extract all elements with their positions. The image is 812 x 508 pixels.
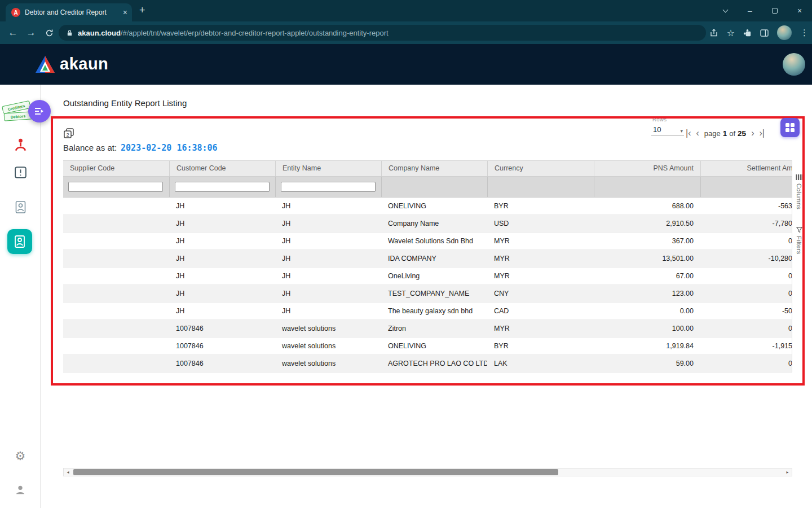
copy-report-icon[interactable]: 2: [63, 128, 74, 141]
cell-settlement-amount: 0: [700, 360, 792, 367]
sidebar-profile[interactable]: [0, 484, 41, 496]
back-button[interactable]: ←: [5, 21, 21, 44]
url-text: akaun.cloud/#/applet/tnt/wavelet/erp/deb…: [78, 29, 389, 37]
sidebar-item-red-app[interactable]: [0, 137, 41, 152]
cell-pns-amount: 0.00: [594, 307, 700, 315]
balance-datetime: 2023-02-20 16:38:06: [121, 143, 218, 153]
table-row[interactable]: JH JH Company Name USD 2,910.50 -7,780: [63, 215, 792, 233]
window-maximize-button[interactable]: [762, 0, 787, 21]
customer-code-filter-input[interactable]: [175, 182, 270, 192]
cell-entity-name: JH: [275, 272, 381, 280]
column-header-settlement-amount[interactable]: Settlement Amount: [700, 161, 792, 176]
cell-entity-name: wavelet solutions: [275, 360, 381, 367]
cell-settlement-amount: -50: [700, 307, 792, 315]
columns-side-tab[interactable]: Columns: [793, 174, 805, 209]
cell-currency: CAD: [487, 307, 594, 315]
columns-icon: [796, 174, 802, 181]
tab-search-icon[interactable]: [713, 0, 738, 21]
cell-settlement-amount: -10,280: [700, 255, 792, 262]
sidebar-item-alerts[interactable]: [0, 165, 41, 179]
brand-name: akaun: [60, 55, 108, 73]
cell-currency: LAK: [487, 360, 594, 367]
scroll-left-arrow[interactable]: ◂: [64, 468, 72, 476]
column-header-entity-name[interactable]: Entity Name: [275, 161, 381, 176]
cell-settlement-amount: 0: [700, 325, 792, 332]
forward-button[interactable]: →: [23, 21, 39, 44]
table-body: JH JH ONELIVING BYR 688.00 -563 JH JH Co…: [63, 198, 792, 373]
bookmark-star-icon[interactable]: ☆: [727, 28, 735, 38]
window-minimize-button[interactable]: –: [738, 0, 762, 21]
column-header-supplier-code[interactable]: Supplier Code: [63, 161, 169, 176]
cell-currency: MYR: [487, 237, 594, 245]
table-row[interactable]: 1007846 wavelet solutions ONELIVING BYR …: [63, 338, 792, 355]
cell-customer-code: JH: [169, 272, 275, 280]
cell-pns-amount: 67.00: [594, 272, 700, 280]
cell-company-name: Wavelet Solutions Sdn Bhd: [381, 237, 487, 245]
cell-entity-name: JH: [275, 255, 381, 262]
side-panel-icon[interactable]: [760, 29, 769, 37]
column-header-currency[interactable]: Currency: [487, 161, 594, 176]
tab-close-icon[interactable]: ×: [123, 8, 127, 16]
app-header: akaun: [0, 44, 812, 85]
table-row[interactable]: JH JH TEST_COMPANY_NAME CNY 123.00 0: [63, 285, 792, 303]
scroll-right-arrow[interactable]: ▸: [783, 468, 792, 476]
new-tab-button[interactable]: +: [139, 5, 145, 15]
cell-settlement-amount: 0: [700, 290, 792, 297]
apps-grid-button[interactable]: [780, 118, 800, 137]
cell-pns-amount: 2,910.50: [594, 220, 700, 227]
toolbar-icons: ☆ ⋮: [709, 21, 809, 44]
user-avatar[interactable]: [783, 53, 805, 76]
sidebar-settings[interactable]: ⚙: [0, 450, 41, 462]
akaun-triangle-logo-icon: [35, 55, 55, 73]
supplier-code-filter-input[interactable]: [68, 182, 163, 192]
share-icon[interactable]: [709, 28, 718, 37]
column-header-customer-code[interactable]: Customer Code: [169, 161, 275, 176]
browser-tab[interactable]: A Debtor and Creditor Report ×: [6, 3, 132, 21]
window-controls: – ×: [713, 0, 812, 21]
table-row[interactable]: JH JH Wavelet Solutions Sdn Bhd MYR 367.…: [63, 233, 792, 250]
cell-company-name: Company Name: [381, 220, 487, 227]
cell-settlement-amount: -1,915: [700, 342, 792, 350]
cell-currency: MYR: [487, 272, 594, 280]
lock-icon: [67, 29, 73, 37]
cell-company-name: AGROTECH PRO LAO CO LTD: [381, 360, 487, 367]
sidebar-item-contacts-report[interactable]: [0, 200, 41, 214]
cell-entity-name: JH: [275, 290, 381, 297]
column-header-pns-amount[interactable]: PNS Amount: [594, 161, 700, 176]
window-close-button[interactable]: ×: [787, 0, 812, 21]
entity-name-filter-input[interactable]: [281, 182, 376, 192]
sidebar-item-entity-report-active[interactable]: [7, 229, 32, 254]
cell-entity-name: wavelet solutions: [275, 342, 381, 350]
table-row[interactable]: 1007846 wavelet solutions AGROTECH PRO L…: [63, 355, 792, 373]
horizontal-scrollbar[interactable]: ◂ ▸: [63, 468, 792, 476]
balance-as-at: Balance as at: 2023-02-20 16:38:06: [63, 143, 218, 153]
cell-pns-amount: 123.00: [594, 290, 700, 297]
rows-per-page-label: Rows: [652, 116, 667, 122]
filters-side-tab[interactable]: Filters: [793, 227, 805, 255]
previous-page-button[interactable]: ‹: [696, 129, 699, 138]
cell-customer-code: 1007846: [169, 325, 275, 332]
cell-settlement-amount: 0: [700, 237, 792, 245]
url-bar[interactable]: akaun.cloud/#/applet/tnt/wavelet/erp/deb…: [59, 25, 706, 41]
browser-profile-avatar[interactable]: [777, 25, 792, 40]
brand-logo[interactable]: akaun: [35, 55, 108, 73]
kebab-menu-icon[interactable]: ⋮: [800, 28, 809, 38]
sidebar-expand-button[interactable]: [28, 100, 51, 122]
first-page-button[interactable]: |‹: [686, 129, 691, 138]
cell-currency: USD: [487, 220, 594, 227]
table-row[interactable]: JH JH IDA COMPANY MYR 13,501.00 -10,280: [63, 250, 792, 268]
cell-pns-amount: 100.00: [594, 325, 700, 332]
table-row[interactable]: 1007846 wavelet solutions Zitron MYR 100…: [63, 320, 792, 338]
grid-icon: [785, 123, 795, 132]
reload-button[interactable]: [41, 21, 58, 44]
last-page-button[interactable]: ›|: [759, 129, 764, 138]
cell-customer-code: JH: [169, 255, 275, 262]
scrollbar-thumb[interactable]: [73, 469, 558, 475]
next-page-button[interactable]: ›: [751, 129, 754, 138]
table-row[interactable]: JH JH The beauty galaxy sdn bhd CAD 0.00…: [63, 303, 792, 320]
extensions-puzzle-icon[interactable]: [743, 29, 752, 37]
rows-per-page-select[interactable]: 10 ▾: [651, 124, 684, 135]
table-row[interactable]: JH JH OneLiving MYR 67.00 0: [63, 268, 792, 285]
table-row[interactable]: JH JH ONELIVING BYR 688.00 -563: [63, 198, 792, 215]
column-header-company-name[interactable]: Company Name: [381, 161, 487, 176]
